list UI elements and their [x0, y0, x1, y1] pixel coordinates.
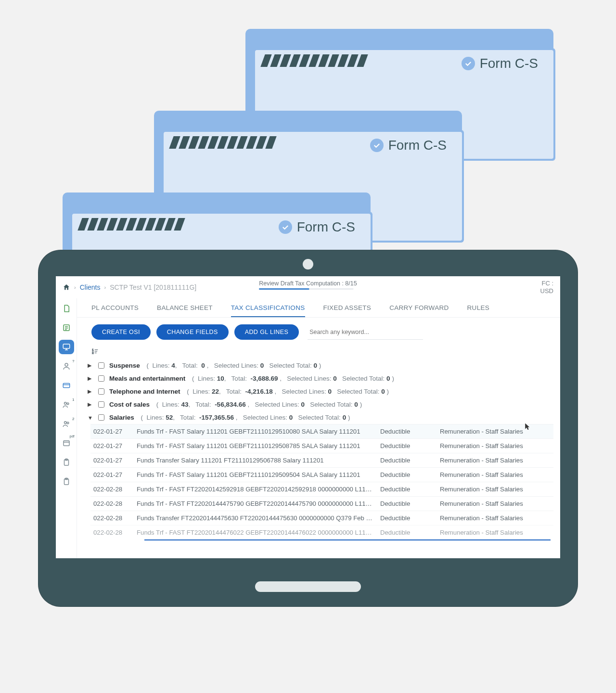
group-name: Telephone and Internet: [109, 388, 180, 395]
group-name: Cost of sales: [109, 401, 150, 408]
check-icon: [462, 57, 475, 70]
row-category: Remuneration - Staff Salaries: [440, 529, 551, 536]
table-row[interactable]: 022-02-28Funds Trf - FAST FT220201444757…: [90, 496, 553, 511]
row-date: 022-02-28: [93, 486, 129, 493]
breadcrumb-clients[interactable]: Clients: [80, 283, 101, 291]
chevron-right-icon[interactable]: ▶: [88, 401, 93, 408]
row-deductible: Deductible: [380, 514, 432, 522]
row-deductible: Deductible: [380, 428, 432, 435]
svg-point-7: [65, 363, 68, 366]
rail-pdf-icon[interactable]: pdf: [59, 436, 74, 450]
sort-icon[interactable]: 12: [77, 345, 560, 359]
svg-rect-14: [64, 441, 69, 446]
row-date: 022-01-27: [93, 471, 129, 478]
table-row[interactable]: 022-02-28Funds Transfer FT22020144475630…: [90, 511, 553, 525]
touchbar: [255, 581, 361, 592]
row-deductible: Deductible: [380, 457, 432, 464]
add-gl-lines-button[interactable]: ADD GL LINES: [234, 324, 299, 340]
group-checkbox[interactable]: [98, 362, 104, 369]
group-checkbox[interactable]: [98, 401, 104, 408]
group-checkbox[interactable]: [98, 375, 104, 382]
group-row[interactable]: ▶Meals and entertainment ( Lines: 10, To…: [88, 372, 553, 385]
chevron-right-icon: ›: [74, 284, 76, 290]
home-icon[interactable]: [63, 283, 70, 291]
table-row[interactable]: 022-02-28Funds Trf - FAST FT220201444760…: [90, 525, 553, 539]
table-row[interactable]: 022-01-27Funds Trf - FAST Salary 111201 …: [90, 438, 553, 453]
row-description: Funds Trf - FAST Salary 111201 GEBFT2111…: [137, 428, 372, 435]
svg-point-11: [67, 403, 69, 405]
chevron-right-icon[interactable]: ▶: [88, 388, 93, 395]
laptop-frame: › Clients › SCTP Test V1 [201811111G] Re…: [38, 250, 578, 606]
row-deductible: Deductible: [380, 500, 432, 507]
folder-label: Form C-S: [297, 219, 355, 235]
chevron-down-icon[interactable]: ▼: [88, 415, 93, 421]
rail-people1-icon[interactable]: 1: [59, 398, 74, 412]
row-date: 022-02-28: [93, 514, 129, 522]
selection-underline: [144, 539, 551, 540]
svg-text:1: 1: [92, 348, 94, 351]
group-row[interactable]: ▶Suspense ( Lines: 4, Total: 0 , Selecte…: [88, 359, 553, 372]
rail-person-icon[interactable]: ?: [59, 359, 74, 373]
rail-card-icon[interactable]: [59, 378, 74, 393]
tabs: PL ACCOUNTS BALANCE SHEET TAX CLASSIFICA…: [77, 298, 560, 318]
svg-text:2: 2: [92, 351, 94, 354]
tab-rules[interactable]: RULES: [467, 299, 490, 316]
app-screen: › Clients › SCTP Test V1 [201811111G] Re…: [56, 276, 560, 558]
table-row[interactable]: 022-01-27Funds Trf - FAST Salary 111201 …: [90, 424, 553, 438]
nav-rail: ? 1 2 pdf: [56, 298, 77, 558]
rail-clipboard2-icon[interactable]: [59, 475, 74, 489]
folder-label: Form C-S: [388, 138, 447, 153]
svg-point-13: [67, 422, 69, 424]
row-description: Funds Trf - FAST FT22020144475790 GEBFT2…: [137, 500, 372, 507]
folder-label: Form C-S: [480, 56, 538, 71]
tab-balance-sheet[interactable]: BALANCE SHEET: [157, 299, 213, 316]
row-date: 022-01-27: [93, 442, 129, 449]
group-name: Suspense: [109, 362, 140, 369]
table-row[interactable]: 022-01-27Funds Trf - FAST Salary 111201 …: [90, 467, 553, 482]
breadcrumb: › Clients › SCTP Test V1 [201811111G]: [63, 283, 196, 291]
row-category: Remuneration - Staff Salaries: [440, 486, 551, 493]
progress-label: Review Draft Tax Computation : 8/15: [259, 280, 357, 287]
svg-point-12: [64, 422, 66, 424]
svg-rect-8: [63, 384, 70, 388]
row-category: Remuneration - Staff Salaries: [440, 428, 551, 435]
create-osi-button[interactable]: CREATE OSI: [91, 324, 151, 340]
table-row[interactable]: 022-02-28Funds Trf - FAST FT220201425929…: [90, 482, 553, 496]
row-deductible: Deductible: [380, 471, 432, 478]
row-date: 022-01-27: [93, 428, 129, 435]
chevron-right-icon[interactable]: ▶: [88, 375, 93, 382]
chevron-right-icon[interactable]: ▶: [88, 362, 93, 369]
group-name: Salaries: [109, 414, 134, 421]
group-row[interactable]: ▼Salaries ( Lines: 52, Total: -157,365.5…: [88, 411, 553, 424]
group-meta: ( Lines: 43, Total: -56,834.66 , Selecte…: [154, 401, 362, 408]
group-checkbox[interactable]: [98, 414, 104, 421]
tab-fixed-assets[interactable]: FIXED ASSETS: [323, 299, 372, 316]
group-row[interactable]: ▶Cost of sales ( Lines: 43, Total: -56,8…: [88, 398, 553, 411]
tab-pl-accounts[interactable]: PL ACCOUNTS: [91, 299, 139, 316]
row-description: Funds Trf - FAST Salary 111201 GEBFT2111…: [137, 442, 372, 449]
check-icon: [370, 139, 384, 152]
group-name: Meals and entertainment: [109, 375, 185, 382]
rail-monitor-icon[interactable]: [59, 340, 74, 354]
rail-list-icon[interactable]: [59, 321, 74, 335]
row-deductible: Deductible: [380, 529, 432, 536]
tab-tax-classifications[interactable]: TAX CLASSIFICATIONS: [231, 299, 305, 317]
change-fields-button[interactable]: CHANGE FIELDS: [156, 324, 229, 340]
row-date: 022-02-28: [93, 529, 129, 536]
rail-doc-icon[interactable]: [59, 301, 74, 316]
svg-point-10: [64, 402, 66, 405]
group-row[interactable]: ▶Telephone and Internet ( Lines: 22, Tot…: [88, 385, 553, 398]
cursor-icon: [523, 423, 531, 431]
row-description: Funds Trf - FAST FT22020144476022 GEBFT2…: [137, 529, 372, 536]
search-input[interactable]: [308, 324, 423, 340]
rail-people2-icon[interactable]: 2: [59, 417, 74, 431]
row-description: Funds Transfer FT22020144475630 FT220201…: [137, 514, 372, 522]
fc-label: FC :: [540, 280, 553, 287]
group-checkbox[interactable]: [98, 388, 104, 395]
tab-carry-forward[interactable]: CARRY FORWARD: [389, 299, 449, 316]
table-row[interactable]: 022-01-27Funds Transfer Salary 111201 FT…: [90, 453, 553, 467]
rail-clipboard1-icon[interactable]: [59, 455, 74, 470]
row-category: Remuneration - Staff Salaries: [440, 471, 551, 478]
group-meta: ( Lines: 4, Total: 0 , Selected Lines: 0…: [145, 362, 321, 369]
row-description: Funds Trf - FAST Salary 111201 GEBFT2111…: [137, 471, 372, 478]
